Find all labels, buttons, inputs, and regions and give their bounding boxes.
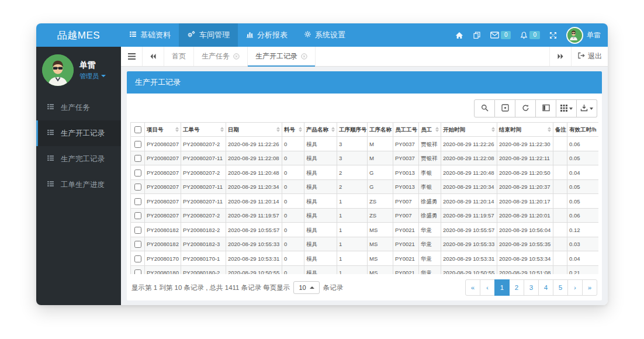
pagination-info: 显示第 1 到第 10 条记录 , 总共 1411 条记录 每页显示 [131, 283, 290, 292]
columns-dropdown-button[interactable] [556, 99, 577, 117]
row-checkbox[interactable] [134, 255, 141, 262]
sidebar-item-label: 生产开工记录 [61, 129, 105, 139]
sort-icon[interactable] [548, 127, 551, 132]
nav-item-settings[interactable]: 系统设置 [296, 23, 354, 47]
sidebar-item-start-records[interactable]: 生产开工记录 [36, 120, 121, 146]
table-cell: PY20080207-2 [181, 208, 226, 222]
page-button[interactable]: 3 [524, 279, 539, 296]
table-cell: 1 [337, 208, 368, 222]
table-row[interactable]: PY20080207PY20080207-22020-08-29 11:22:2… [131, 137, 599, 151]
bell-icon[interactable]: 0 [515, 31, 545, 39]
row-checkbox[interactable] [134, 269, 141, 274]
table-row[interactable]: PY20080207PY20080207-22020-08-29 11:19:5… [131, 208, 599, 222]
sidebar-toggle-button[interactable] [121, 47, 143, 66]
nav-item-reports[interactable]: 分析报表 [238, 23, 296, 47]
page-button[interactable]: › [567, 279, 583, 296]
table-cell: M [368, 137, 393, 151]
toggle-view-button[interactable] [495, 99, 515, 117]
table-row[interactable]: PY20080180PY20080180-22020-08-29 10:50:5… [131, 265, 599, 274]
table-cell: 模具 [304, 179, 337, 193]
page-button[interactable]: ‹ [480, 279, 495, 296]
table-cell: 2020-08-29 11:20:50 [497, 165, 553, 179]
table-row[interactable]: PY20080207PY20080207-112020-08-29 11:20:… [131, 194, 599, 208]
page-button[interactable]: 4 [538, 279, 553, 296]
sort-icon[interactable] [331, 127, 335, 132]
table-cell: 2020-08-29 11:22:11 [497, 151, 553, 165]
tab-production-tasks[interactable]: 生产任务 [194, 47, 248, 66]
refresh-button[interactable] [515, 99, 536, 117]
table-row[interactable]: PY20080207PY20080207-22020-08-29 11:20:4… [131, 165, 599, 179]
table-cell: PY0013 [393, 179, 419, 193]
page-button[interactable]: 5 [553, 279, 568, 296]
sort-icon[interactable] [220, 127, 224, 132]
column-header[interactable]: 员工 [419, 123, 441, 137]
row-checkbox[interactable] [134, 212, 141, 219]
row-checkbox[interactable] [134, 227, 141, 234]
detail-view-button[interactable] [536, 99, 556, 117]
column-label: 料号 [284, 126, 295, 133]
tabs-scroll-right-button[interactable] [549, 47, 571, 66]
table-cell: ZS [368, 208, 393, 222]
column-header[interactable]: 产品名称 [304, 123, 337, 137]
sort-icon[interactable] [276, 127, 280, 132]
tab-start-records[interactable]: 生产开工记录 [248, 47, 316, 66]
table-row[interactable]: PY20080182PY20080182-22020-08-29 10:55:5… [131, 223, 599, 237]
table-cell [553, 137, 567, 151]
column-header[interactable]: 项目号 [145, 123, 181, 137]
sidebar-user-role-dropdown[interactable]: 管理员 [79, 72, 106, 81]
table-row[interactable]: PY20080182PY20080182-32020-08-29 10:55:3… [131, 237, 599, 251]
sort-icon[interactable] [435, 127, 439, 132]
table-cell: 华意 [419, 237, 441, 251]
table-cell: 华意 [419, 223, 441, 237]
sidebar-item-finish-records[interactable]: 生产完工记录 [36, 146, 121, 172]
table-cell: PY20080207 [145, 179, 181, 193]
page-size-dropdown[interactable]: 10 [293, 281, 319, 294]
column-header: 工序名称 [368, 123, 393, 137]
row-checkbox[interactable] [134, 155, 141, 162]
table-row[interactable]: PY20080207PY20080207-112020-08-29 11:22:… [131, 151, 599, 165]
table-cell: 0.04 [567, 165, 599, 179]
tabs-scroll-left-button[interactable] [143, 47, 164, 66]
column-header[interactable]: 日期 [226, 123, 282, 137]
home-icon[interactable] [451, 32, 468, 39]
sort-icon[interactable] [299, 127, 302, 132]
sidebar-item-production-tasks[interactable]: 生产任务 [36, 95, 121, 120]
row-checkbox[interactable] [134, 198, 141, 205]
column-header[interactable]: 结束时间 [497, 123, 553, 137]
tab-home[interactable]: 首页 [164, 47, 194, 66]
nav-item-base-data[interactable]: 基础资料 [121, 23, 179, 47]
column-header[interactable]: 料号 [282, 123, 304, 137]
row-select-cell [131, 223, 145, 237]
export-dropdown-button[interactable] [577, 99, 597, 117]
table-row[interactable]: PY20080207PY20080207-112020-08-29 11:20:… [131, 179, 599, 193]
page-button[interactable]: 2 [509, 279, 524, 296]
close-icon[interactable] [301, 53, 307, 60]
table-cell: 模具 [304, 151, 337, 165]
sort-icon[interactable] [491, 127, 495, 132]
sidebar-item-workorder-progress[interactable]: 工单生产进度 [36, 172, 121, 198]
row-checkbox[interactable] [134, 241, 141, 248]
navbar-user-menu[interactable]: 单雷 [566, 27, 601, 44]
nav-item-workshop[interactable]: 车间管理 [179, 23, 238, 47]
table-footer: 显示第 1 到第 10 条记录 , 总共 1411 条记录 每页显示 10 条记… [130, 279, 598, 296]
page-button[interactable]: » [582, 279, 597, 296]
select-all-checkbox[interactable] [134, 126, 141, 133]
table-cell: 0 [282, 165, 304, 179]
mail-icon[interactable]: 0 [486, 31, 516, 39]
table-cell: 2020-08-29 11:20:37 [497, 179, 553, 193]
logout-button[interactable]: 退出 [571, 47, 608, 66]
table-row[interactable]: PY20080170PY20080170-12020-08-29 10:53:3… [131, 251, 599, 265]
chart-icon [246, 30, 254, 40]
fullscreen-icon[interactable] [545, 32, 562, 39]
page-button[interactable]: « [465, 279, 480, 296]
page-button-current[interactable]: 1 [494, 279, 510, 296]
sort-icon[interactable] [175, 127, 179, 132]
close-icon[interactable] [233, 53, 240, 60]
column-header[interactable]: 开始时间 [441, 123, 497, 137]
row-checkbox[interactable] [134, 184, 141, 191]
search-button[interactable] [474, 99, 495, 117]
column-header[interactable]: 工单号 [181, 123, 226, 137]
row-checkbox[interactable] [134, 141, 141, 148]
row-checkbox[interactable] [134, 170, 141, 177]
files-icon[interactable] [468, 32, 486, 39]
